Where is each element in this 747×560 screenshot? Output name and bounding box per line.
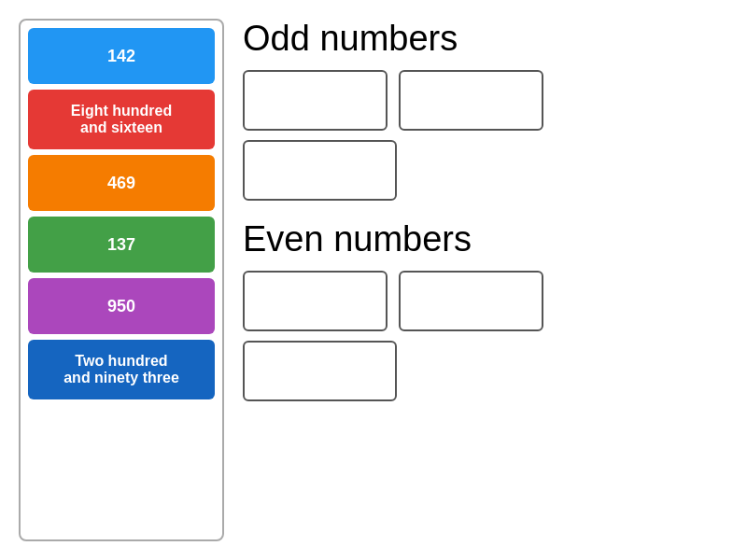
even-drop-3[interactable] <box>243 341 397 401</box>
main-container: 142 Eight hundred and sixteen 469 137 95… <box>0 0 747 560</box>
odd-row-2 <box>243 140 728 201</box>
odd-drop-area <box>243 70 728 201</box>
card-137[interactable]: 137 <box>28 217 215 273</box>
even-drop-2[interactable] <box>399 271 543 331</box>
odd-section: Odd numbers <box>243 19 728 219</box>
even-section: Even numbers <box>243 219 728 420</box>
card-816[interactable]: Eight hundred and sixteen <box>28 90 215 149</box>
card-469[interactable]: 469 <box>28 155 215 211</box>
even-title: Even numbers <box>243 219 728 259</box>
even-row-2 <box>243 341 728 401</box>
card-293[interactable]: Two hundred and ninety three <box>28 340 215 399</box>
right-panel: Odd numbers Even numbers <box>243 19 728 541</box>
odd-drop-2[interactable] <box>399 70 543 131</box>
odd-title: Odd numbers <box>243 19 728 59</box>
left-panel: 142 Eight hundred and sixteen 469 137 95… <box>19 19 224 541</box>
odd-row-1 <box>243 70 728 131</box>
even-drop-area <box>243 271 728 401</box>
even-drop-1[interactable] <box>243 271 388 331</box>
odd-drop-3[interactable] <box>243 140 397 201</box>
card-142[interactable]: 142 <box>28 28 215 84</box>
odd-drop-1[interactable] <box>243 70 388 131</box>
card-950[interactable]: 950 <box>28 278 215 334</box>
even-row-1 <box>243 271 728 331</box>
